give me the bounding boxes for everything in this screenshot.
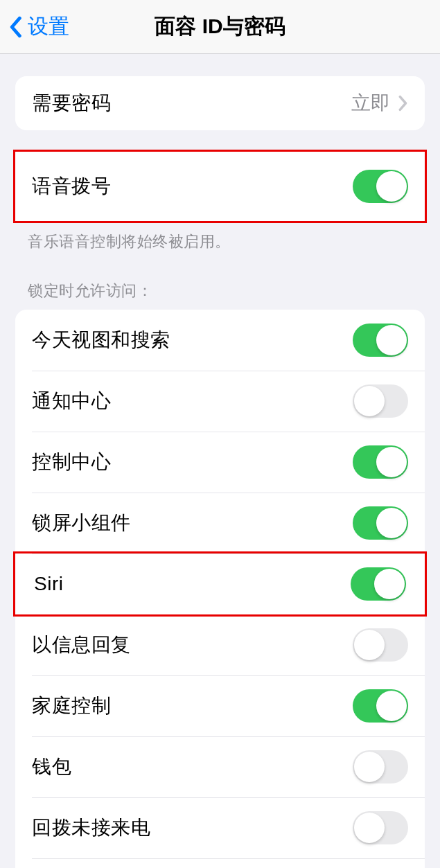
lock-access-toggle[interactable]: [353, 750, 408, 783]
lock-access-row: 通知中心: [15, 371, 425, 432]
lock-access-label: 今天视图和搜索: [32, 327, 170, 353]
chevron-right-icon: [398, 95, 408, 112]
lock-access-label: 锁屏小组件: [32, 510, 131, 536]
content-area: 需要密码 立即 语音拨号 音乐语音控制将始终被启用。 锁定时允许访问： 今天视图…: [0, 76, 440, 868]
lock-access-toggle[interactable]: [353, 689, 408, 723]
toggle-knob: [376, 171, 407, 202]
toggle-knob: [376, 691, 407, 721]
lock-access-toggle[interactable]: [353, 811, 408, 844]
back-button[interactable]: 设置: [0, 12, 69, 41]
require-passcode-row[interactable]: 需要密码 立即: [15, 76, 425, 130]
lock-access-row: 以信息回复: [15, 614, 425, 675]
lock-access-toggle[interactable]: [353, 506, 408, 540]
lock-access-header: 锁定时允许访问：: [0, 253, 440, 310]
lock-access-row: 今天视图和搜索: [15, 310, 425, 371]
lock-access-label: 通知中心: [32, 388, 111, 414]
lock-access-row: 钱包: [15, 736, 425, 797]
chevron-left-icon: [8, 16, 22, 38]
toggle-knob: [354, 752, 385, 782]
lock-access-label: Siri: [34, 573, 63, 595]
lock-access-label: 钱包: [32, 754, 71, 780]
page-title: 面容 ID与密码: [155, 12, 285, 41]
lock-access-row: USB配件: [15, 858, 425, 868]
voice-dial-toggle[interactable]: [353, 170, 408, 203]
back-label: 设置: [28, 12, 69, 41]
toggle-knob: [376, 508, 407, 538]
lock-access-label: 回拨未接来电: [32, 815, 150, 841]
lock-access-toggle[interactable]: [353, 445, 408, 479]
lock-access-row: 回拨未接来电: [15, 797, 425, 858]
lock-access-label: 控制中心: [32, 449, 111, 475]
voice-dial-highlight: 语音拨号: [13, 150, 427, 223]
toggle-knob: [376, 447, 407, 477]
lock-access-label: 家庭控制: [32, 693, 111, 719]
toggle-knob: [354, 813, 385, 843]
lock-access-toggle[interactable]: [353, 384, 408, 418]
voice-dial-group: 语音拨号: [15, 150, 425, 223]
lock-access-row: Siri: [13, 551, 427, 617]
lock-access-toggle[interactable]: [351, 567, 406, 601]
toggle-knob: [376, 325, 407, 355]
toggle-knob: [374, 569, 405, 599]
require-passcode-label: 需要密码: [32, 90, 111, 116]
require-passcode-group: 需要密码 立即: [15, 76, 425, 130]
require-passcode-value-wrap: 立即: [351, 90, 408, 116]
toggle-knob: [354, 630, 385, 660]
voice-dial-footer: 音乐语音控制将始终被启用。: [0, 223, 440, 253]
navigation-bar: 设置 面容 ID与密码: [0, 0, 440, 54]
lock-access-group: 今天视图和搜索通知中心控制中心锁屏小组件Siri以信息回复家庭控制钱包回拨未接来…: [15, 310, 425, 868]
toggle-knob: [354, 386, 385, 416]
voice-dial-label: 语音拨号: [32, 173, 111, 200]
lock-access-row: 控制中心: [15, 432, 425, 493]
lock-access-row: 锁屏小组件: [15, 493, 425, 553]
lock-access-row: 家庭控制: [15, 675, 425, 736]
lock-access-label: 以信息回复: [32, 632, 131, 658]
lock-access-toggle[interactable]: [353, 628, 408, 662]
require-passcode-value: 立即: [351, 90, 390, 116]
lock-access-toggle[interactable]: [353, 324, 408, 357]
voice-dial-row: 语音拨号: [15, 152, 425, 221]
